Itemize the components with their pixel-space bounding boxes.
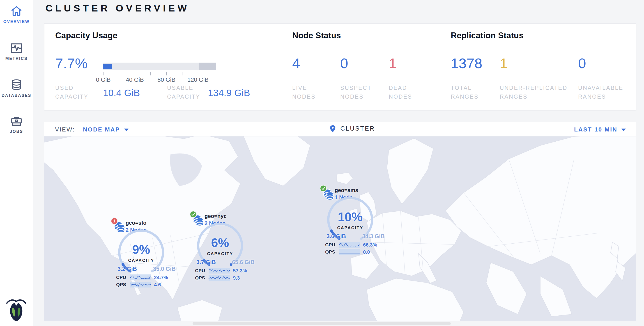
usable-capacity-value: 134.9 GiB xyxy=(202,88,250,98)
sidebar: OVERVIEW METRICS DATABASES xyxy=(0,0,33,326)
locality-marker-nyc[interactable]: geo=nyc 2 Nodes 6% CAPACITY 3.7 GiB 65.6… xyxy=(190,211,266,283)
summary-panel: Capacity Usage 7.7% 0 GiB 40 GiB 80 GiB … xyxy=(44,23,636,110)
dead-nodes-label: DEAD NODES xyxy=(389,84,420,101)
cpu-label: CPU xyxy=(325,242,335,247)
unavailable-value: 0 xyxy=(578,55,586,71)
cpu-value: 66.3% xyxy=(363,242,377,248)
axis-tick-label: 0 GiB xyxy=(88,76,119,83)
briefcase-icon xyxy=(11,116,22,126)
sidebar-item-label: JOBS xyxy=(10,129,23,134)
replication-status-title: Replication Status xyxy=(451,31,524,40)
database-icon xyxy=(11,79,22,90)
breadcrumb-label: CLUSTER xyxy=(340,125,375,132)
used-capacity: 3.6 GiB xyxy=(322,233,351,240)
error-badge: 1 xyxy=(111,217,118,225)
capacity-usage-title: Capacity Usage xyxy=(55,31,118,40)
locality-name: geo=nyc xyxy=(204,213,226,219)
chevron-down-icon xyxy=(124,129,128,131)
cpu-sparkline xyxy=(130,274,151,280)
cpu-label: CPU xyxy=(195,268,205,273)
metrics-icon xyxy=(11,43,22,53)
time-range-value: LAST 10 MIN xyxy=(574,126,618,133)
live-nodes-value: 4 xyxy=(292,55,300,71)
check-icon xyxy=(190,211,196,217)
map-pin-icon xyxy=(330,125,336,132)
capacity-bar xyxy=(103,63,216,70)
unavailable-label: UNAVAILABLE RANGES xyxy=(578,84,634,101)
sidebar-item-overview[interactable]: OVERVIEW xyxy=(0,6,33,24)
dead-nodes-value: 1 xyxy=(389,55,397,71)
qps-value: 4.6 xyxy=(154,282,161,288)
locality-name: geo=ams xyxy=(335,187,358,193)
qps-value: 9.3 xyxy=(233,275,240,281)
under-replicated-value: 1 xyxy=(500,55,508,71)
node-map[interactable]: 1 geo=sfo 2 Nodes 9% CAPACITY 3.2 GiB 35… xyxy=(44,137,636,321)
capacity-bar-fill xyxy=(103,64,112,69)
capacity-percent: 6% xyxy=(200,235,240,250)
used-capacity: 3.2 GiB xyxy=(112,266,142,272)
view-label: VIEW: xyxy=(55,126,75,133)
sidebar-item-databases[interactable]: DATABASES xyxy=(0,79,33,98)
healthy-badge xyxy=(190,211,197,218)
locality-marker-ams[interactable]: geo=ams 1 Node 10% CAPACITY 3.6 GiB 34.3… xyxy=(320,185,396,257)
total-ranges-label: TOTAL RANGES xyxy=(451,84,484,101)
used-capacity-label: USED CAPACITY xyxy=(55,84,91,101)
check-icon xyxy=(320,185,326,191)
cpu-value: 24.7% xyxy=(154,275,168,281)
sidebar-item-label: METRICS xyxy=(6,56,28,61)
under-replicated-label: UNDER-REPLICATED RANGES xyxy=(500,84,572,101)
view-bar: VIEW: NODE MAP CLUSTER LAST 10 MIN xyxy=(44,122,636,137)
capacity-label: CAPACITY xyxy=(330,225,370,230)
suspect-nodes-value: 0 xyxy=(340,55,348,71)
qps-sparkline xyxy=(339,249,360,255)
qps-label: QPS xyxy=(195,275,205,281)
cpu-sparkline xyxy=(208,268,230,274)
cpu-label: CPU xyxy=(116,275,126,280)
qps-value: 0.0 xyxy=(363,249,370,255)
error-count: 1 xyxy=(112,218,117,224)
capacity-percent: 7.7% xyxy=(55,55,88,71)
axis-tick-label: 80 GiB xyxy=(151,76,182,83)
qps-sparkline xyxy=(208,275,230,281)
sidebar-item-label: DATABASES xyxy=(2,93,31,98)
chevron-down-icon xyxy=(622,129,626,131)
capacity-percent: 10% xyxy=(330,210,370,224)
healthy-badge xyxy=(320,185,327,192)
live-nodes-label: LIVE NODES xyxy=(292,84,322,101)
total-capacity: 34.3 GiB xyxy=(358,233,389,240)
sidebar-item-label: OVERVIEW xyxy=(4,19,30,24)
locality-name: geo=sfo xyxy=(126,220,146,226)
view-selector-value: NODE MAP xyxy=(83,126,120,133)
capacity-bar-reserved xyxy=(199,63,216,70)
total-capacity: 65.6 GiB xyxy=(228,259,259,265)
time-range-selector[interactable]: LAST 10 MIN xyxy=(574,126,626,133)
qps-label: QPS xyxy=(325,249,335,255)
capacity-label: CAPACITY xyxy=(121,258,162,263)
total-capacity: 35.0 GiB xyxy=(148,266,180,272)
page-title: CLUSTER OVERVIEW xyxy=(46,3,190,14)
breadcrumb-cluster[interactable]: CLUSTER xyxy=(330,125,375,132)
cpu-value: 57.3% xyxy=(233,268,247,274)
cockroachdb-logo[interactable] xyxy=(6,298,27,321)
home-icon xyxy=(11,6,22,16)
capacity-percent: 9% xyxy=(121,242,162,257)
cluster-overview-page: OVERVIEW METRICS DATABASES xyxy=(0,0,644,326)
locality-marker-sfo[interactable]: 1 geo=sfo 2 Nodes 9% CAPACITY 3.2 GiB 35… xyxy=(111,217,188,290)
qps-sparkline xyxy=(130,282,151,288)
usable-capacity-label: USABLE CAPACITY xyxy=(167,84,208,101)
horizontal-scrollbar[interactable] xyxy=(192,322,451,325)
view-selector[interactable]: NODE MAP xyxy=(83,126,128,133)
sidebar-item-jobs[interactable]: JOBS xyxy=(0,116,33,134)
total-ranges-value: 1378 xyxy=(451,55,482,71)
capacity-label: CAPACITY xyxy=(200,251,240,256)
sidebar-item-metrics[interactable]: METRICS xyxy=(0,43,33,61)
used-capacity: 3.7 GiB xyxy=(192,259,221,265)
used-capacity-value: 10.4 GiB xyxy=(103,88,140,98)
suspect-nodes-label: SUSPECT NODES xyxy=(340,84,376,101)
qps-label: QPS xyxy=(116,282,126,287)
axis-tick-label: 40 GiB xyxy=(119,76,151,83)
node-status-title: Node Status xyxy=(292,31,341,40)
cpu-sparkline xyxy=(339,242,360,248)
axis-tick-label: 120 GiB xyxy=(182,76,214,83)
